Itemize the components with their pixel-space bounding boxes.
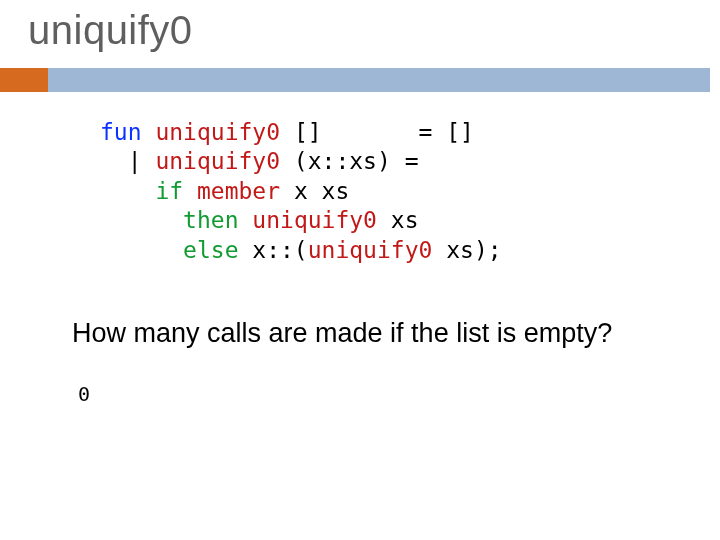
ident-member: member xyxy=(197,178,280,204)
code-text xyxy=(183,178,197,204)
accent-bar-blue xyxy=(48,68,710,92)
code-text xyxy=(100,178,155,204)
code-text xyxy=(238,207,252,233)
code-text xyxy=(100,207,183,233)
ident-uniquify0: uniquify0 xyxy=(155,148,280,174)
ident-uniquify0: uniquify0 xyxy=(252,207,377,233)
title-underline xyxy=(0,68,720,92)
code-text: [] = [] xyxy=(280,119,474,145)
answer-text: 0 xyxy=(78,382,90,406)
code-text xyxy=(142,119,156,145)
ident-uniquify0: uniquify0 xyxy=(155,119,280,145)
accent-bar-orange xyxy=(0,68,48,92)
code-text xyxy=(100,237,183,263)
keyword-then: then xyxy=(183,207,238,233)
code-block: fun uniquify0 [] = [] | uniquify0 (x::xs… xyxy=(100,118,502,265)
keyword-if: if xyxy=(155,178,183,204)
code-text: x xs xyxy=(280,178,349,204)
code-text: | xyxy=(100,148,155,174)
slide-title: uniquify0 xyxy=(28,8,193,53)
code-text: xs); xyxy=(432,237,501,263)
code-text: x::( xyxy=(238,237,307,263)
question-text: How many calls are made if the list is e… xyxy=(72,318,632,350)
ident-uniquify0: uniquify0 xyxy=(308,237,433,263)
code-text: xs xyxy=(377,207,419,233)
keyword-else: else xyxy=(183,237,238,263)
keyword-fun: fun xyxy=(100,119,142,145)
code-text: (x::xs) = xyxy=(280,148,418,174)
